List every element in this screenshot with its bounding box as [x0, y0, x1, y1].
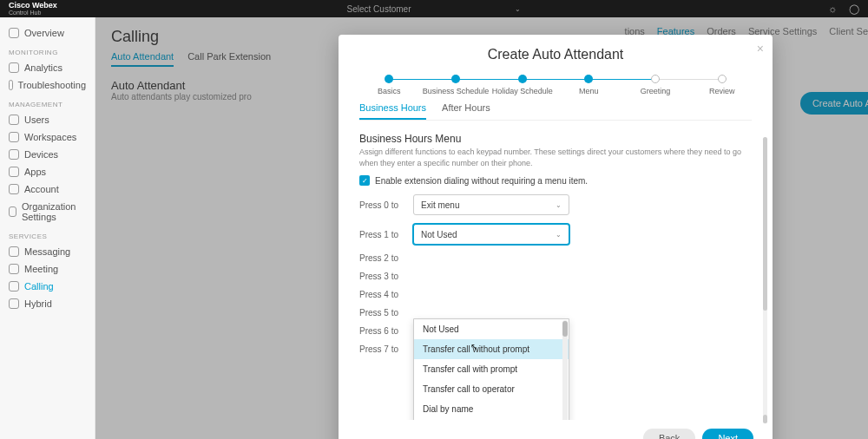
chevron-down-icon: ⌄	[515, 5, 521, 13]
sidebar-item-troubleshooting[interactable]: Troubleshooting	[0, 76, 95, 94]
customer-selector-label: Select Customer	[347, 4, 411, 14]
step-business-schedule[interactable]: Business Schedule	[423, 75, 490, 95]
dropdown-option-transfer-call-without-prompt[interactable]: Transfer call without prompt	[414, 339, 569, 359]
sidebar: Overview MONITORINGAnalyticsTroubleshoot…	[0, 17, 95, 439]
press-row-1: Press 1 toNot Used⌄	[359, 224, 752, 245]
sidebar-item-devices[interactable]: Devices	[0, 146, 95, 163]
press-0-select[interactable]: Exit menu⌄	[413, 194, 569, 215]
sidebar-group-header: MONITORING	[0, 42, 95, 59]
sidebar-item-workspaces[interactable]: Workspaces	[0, 128, 95, 146]
sidebar-item-analytics[interactable]: Analytics	[0, 59, 95, 76]
nav-icon	[9, 115, 19, 125]
overview-icon	[9, 28, 19, 38]
nav-icon	[9, 264, 19, 274]
press-1-select[interactable]: Not Used⌄	[413, 224, 569, 245]
help-icon[interactable]: ◯	[849, 3, 859, 15]
press-row-5: Press 5 to	[359, 308, 752, 318]
step-holiday-schedule[interactable]: Holiday Schedule	[489, 75, 556, 95]
brand: Cisco Webex Control Hub	[9, 2, 57, 16]
press-row-4: Press 4 to	[359, 290, 752, 299]
step-menu[interactable]: Menu	[556, 75, 622, 95]
close-icon[interactable]: ×	[757, 42, 764, 56]
nav-icon	[9, 80, 13, 90]
step-label: Basics	[378, 87, 401, 95]
press-label: Press 2 to	[359, 253, 404, 263]
press-label: Press 6 to	[359, 326, 404, 336]
step-greeting[interactable]: Greeting	[622, 75, 689, 95]
sidebar-item-label: Devices	[24, 149, 58, 160]
sidebar-item-label: Overview	[24, 28, 64, 38]
press-label: Press 7 to	[359, 344, 404, 354]
dropdown-option-dial-by-extension[interactable]: Dial by extension	[414, 419, 569, 420]
press-row-3: Press 3 to	[359, 272, 752, 281]
sidebar-item-label: Troubleshooting	[18, 80, 86, 90]
create-auto-attendant-modal: × Create Auto Attendant BasicsBusiness S…	[339, 35, 773, 439]
menu-section-title: Business Hours Menu	[359, 133, 752, 145]
sidebar-item-label: Users	[24, 115, 49, 125]
press-row-2: Press 2 to	[359, 253, 752, 263]
step-label: Holiday Schedule	[492, 87, 553, 95]
sidebar-item-organization-settings[interactable]: Organization Settings	[0, 198, 95, 226]
modal-title: Create Auto Attendant	[339, 35, 773, 69]
sidebar-item-meeting[interactable]: Meeting	[0, 260, 95, 278]
nav-icon	[9, 281, 19, 292]
dropdown-option-dial-by-name[interactable]: Dial by name	[414, 399, 569, 419]
sidebar-item-calling[interactable]: Calling	[0, 278, 95, 295]
nav-icon	[9, 62, 19, 73]
sidebar-item-label: Messaging	[24, 246, 70, 257]
nav-icon	[9, 149, 19, 160]
brand-sub: Control Hub	[9, 10, 57, 16]
tab-business-hours[interactable]: Business Hours	[359, 102, 426, 120]
tab-after-hours[interactable]: After Hours	[442, 102, 490, 120]
main-content: tionsFeaturesOrdersService SettingsClien…	[95, 17, 868, 439]
customer-selector[interactable]: Select Customer ⌄	[347, 4, 522, 14]
step-dot-icon	[718, 75, 727, 83]
press-label: Press 1 to	[359, 230, 404, 239]
step-review[interactable]: Review	[688, 75, 755, 95]
hours-tabs: Business Hours After Hours	[359, 102, 752, 121]
nav-icon	[9, 206, 16, 217]
step-dot-icon	[584, 75, 593, 83]
step-label: Greeting	[641, 87, 671, 95]
sidebar-item-overview[interactable]: Overview	[0, 24, 95, 42]
sidebar-item-apps[interactable]: Apps	[0, 163, 95, 180]
sidebar-item-messaging[interactable]: Messaging	[0, 243, 95, 260]
sidebar-item-hybrid[interactable]: Hybrid	[0, 295, 95, 312]
back-button[interactable]: Back	[643, 429, 695, 439]
sidebar-item-label: Workspaces	[24, 132, 76, 142]
nav-icon	[9, 167, 19, 177]
extension-dialing-checkbox-row[interactable]: ✓ Enable extension dialing without requi…	[359, 175, 752, 186]
modal-scrollbar[interactable]	[763, 137, 767, 423]
press-label: Press 3 to	[359, 272, 404, 281]
step-label: Business Schedule	[423, 87, 490, 95]
chevron-down-icon: ⌄	[556, 231, 562, 239]
dropdown-scrollbar[interactable]	[562, 320, 568, 420]
sidebar-group-header: SERVICES	[0, 226, 95, 243]
select-value: Exit menu	[421, 200, 459, 210]
bell-icon[interactable]: ☼	[828, 3, 837, 15]
sidebar-item-label: Analytics	[24, 62, 62, 73]
next-button[interactable]: Next	[702, 429, 753, 439]
nav-icon	[9, 132, 19, 142]
sidebar-group-header: MANAGEMENT	[0, 94, 95, 111]
press-row-0: Press 0 toExit menu⌄	[359, 194, 752, 215]
chevron-down-icon: ⌄	[556, 201, 562, 209]
press-1-dropdown: Not UsedTransfer call without promptTran…	[413, 318, 569, 420]
checkbox-checked-icon: ✓	[359, 175, 370, 186]
step-dot-icon	[651, 75, 660, 83]
sidebar-item-label: Organization Settings	[22, 201, 86, 222]
dropdown-option-not-used[interactable]: Not Used	[414, 319, 569, 339]
nav-icon	[9, 184, 19, 194]
step-dot-icon	[518, 75, 527, 83]
sidebar-item-users[interactable]: Users	[0, 111, 95, 128]
dropdown-option-transfer-call-with-prompt[interactable]: Transfer call with prompt	[414, 359, 569, 379]
sidebar-item-account[interactable]: Account	[0, 180, 95, 198]
select-value: Not Used	[421, 230, 457, 239]
press-label: Press 0 to	[359, 200, 404, 210]
step-basics[interactable]: Basics	[356, 75, 423, 95]
checkbox-label: Enable extension dialing without requiri…	[375, 176, 588, 186]
dropdown-option-transfer-call-to-operator[interactable]: Transfer call to operator	[414, 379, 569, 399]
step-label: Review	[709, 87, 735, 95]
sidebar-item-label: Calling	[24, 281, 54, 292]
nav-icon	[9, 246, 19, 257]
